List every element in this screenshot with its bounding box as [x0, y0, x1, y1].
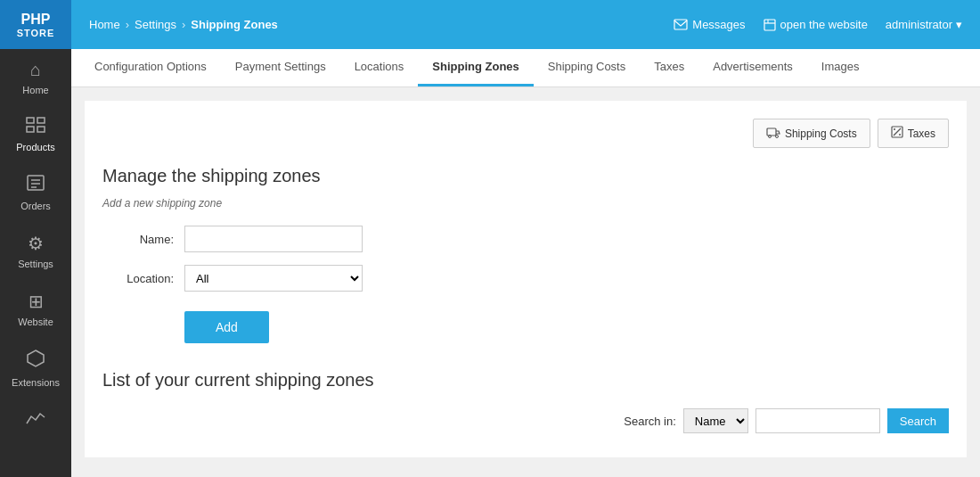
- messages-label: Messages: [692, 18, 745, 31]
- tab-config[interactable]: Configuration Options: [80, 49, 221, 86]
- shipping-costs-button[interactable]: Shipping Costs: [753, 119, 870, 148]
- search-input[interactable]: [755, 408, 880, 433]
- sidebar-label-orders: Orders: [20, 201, 51, 211]
- tabs-bar: Configuration Options Payment Settings L…: [71, 49, 980, 87]
- sidebar-item-website[interactable]: ⊞ Website: [0, 280, 71, 338]
- topbar-right: Messages open the website administrator …: [674, 18, 962, 31]
- svg-rect-2: [27, 127, 34, 132]
- sidebar-item-products[interactable]: Products: [0, 106, 71, 163]
- sidebar-label-settings: Settings: [18, 259, 53, 269]
- action-buttons: Shipping Costs Taxes: [102, 119, 949, 148]
- svg-point-15: [775, 136, 778, 138]
- breadcrumb-sep2: ›: [182, 18, 185, 31]
- admin-dropdown-icon: ▾: [956, 18, 962, 31]
- location-label: Location:: [102, 272, 174, 285]
- messages-link[interactable]: Messages: [674, 18, 745, 31]
- sidebar-label-extensions: Extensions: [12, 377, 60, 388]
- location-select[interactable]: All Europe North America Asia South Amer…: [184, 265, 363, 292]
- svg-rect-10: [764, 20, 775, 30]
- breadcrumb: Home › Settings › Shipping Zones: [89, 18, 278, 31]
- breadcrumb-current: Shipping Zones: [191, 18, 278, 31]
- sidebar-item-home[interactable]: ⌂ Home: [0, 49, 71, 106]
- sidebar-label-products: Products: [16, 142, 54, 152]
- taxes-button[interactable]: Taxes: [878, 119, 949, 148]
- breadcrumb-home[interactable]: Home: [89, 18, 120, 31]
- svg-marker-8: [28, 350, 44, 366]
- tab-taxes[interactable]: Taxes: [640, 49, 698, 86]
- admin-menu[interactable]: administrator ▾: [886, 18, 962, 31]
- analytics-icon: [26, 409, 45, 430]
- open-website-link[interactable]: open the website: [764, 18, 868, 31]
- taxes-icon: [891, 126, 903, 141]
- page-content: Configuration Options Payment Settings L…: [71, 49, 980, 477]
- manage-subtitle: Add a new shipping zone: [102, 197, 949, 210]
- inner-content: Shipping Costs Taxes Manage the sh: [85, 101, 967, 457]
- tab-payment[interactable]: Payment Settings: [221, 49, 340, 86]
- location-row: Location: All Europe North America Asia …: [102, 265, 949, 292]
- svg-rect-13: [767, 128, 776, 136]
- website-label: open the website: [780, 18, 868, 31]
- list-title: List of your current shipping zones: [102, 370, 949, 391]
- search-row: Search in: Name Search: [102, 408, 949, 433]
- products-icon: [26, 117, 45, 137]
- svg-rect-3: [37, 127, 45, 132]
- svg-point-14: [768, 136, 771, 138]
- sidebar: PHP STORE ⌂ Home Products Orders: [0, 0, 71, 477]
- sidebar-logo: PHP STORE: [0, 0, 71, 49]
- svg-rect-1: [37, 118, 45, 123]
- tab-locations[interactable]: Locations: [340, 49, 419, 86]
- sidebar-item-analytics[interactable]: [0, 399, 71, 445]
- shipping-costs-btn-label: Shipping Costs: [785, 127, 857, 140]
- sidebar-item-extensions[interactable]: Extensions: [0, 338, 71, 399]
- search-in-select[interactable]: Name: [683, 408, 748, 433]
- admin-label: administrator: [886, 18, 952, 31]
- name-label: Name:: [102, 233, 174, 246]
- breadcrumb-sep1: ›: [126, 18, 129, 31]
- name-input[interactable]: [184, 226, 363, 252]
- search-button[interactable]: Search: [887, 408, 949, 433]
- main-area: Home › Settings › Shipping Zones Message…: [71, 0, 980, 477]
- sidebar-item-settings[interactable]: ⚙ Settings: [0, 222, 71, 280]
- home-icon: ⌂: [30, 60, 41, 80]
- sidebar-label-website: Website: [18, 317, 53, 327]
- add-button[interactable]: Add: [184, 311, 269, 343]
- svg-rect-0: [27, 118, 34, 123]
- breadcrumb-settings[interactable]: Settings: [135, 18, 176, 31]
- tab-images[interactable]: Images: [807, 49, 874, 86]
- tab-shipping-zones[interactable]: Shipping Zones: [418, 49, 534, 86]
- sidebar-label-home: Home: [22, 85, 48, 95]
- orders-icon: [26, 174, 45, 196]
- svg-point-18: [894, 128, 895, 130]
- extensions-icon: [26, 349, 45, 373]
- shipping-costs-icon: [766, 126, 780, 141]
- search-in-label: Search in:: [624, 415, 676, 428]
- logo-store: STORE: [17, 28, 55, 38]
- tab-shipping-costs[interactable]: Shipping Costs: [534, 49, 640, 86]
- settings-icon: ⚙: [28, 233, 44, 254]
- website-icon: ⊞: [29, 291, 44, 312]
- logo-php: PHP: [21, 12, 51, 28]
- tab-advertisements[interactable]: Advertisements: [698, 49, 807, 86]
- taxes-btn-label: Taxes: [908, 127, 935, 140]
- sidebar-item-orders[interactable]: Orders: [0, 163, 71, 222]
- svg-point-19: [899, 134, 901, 136]
- manage-title: Manage the shipping zones: [102, 166, 949, 186]
- svg-rect-9: [674, 20, 687, 29]
- topbar: Home › Settings › Shipping Zones Message…: [71, 0, 980, 49]
- name-row: Name:: [102, 226, 949, 252]
